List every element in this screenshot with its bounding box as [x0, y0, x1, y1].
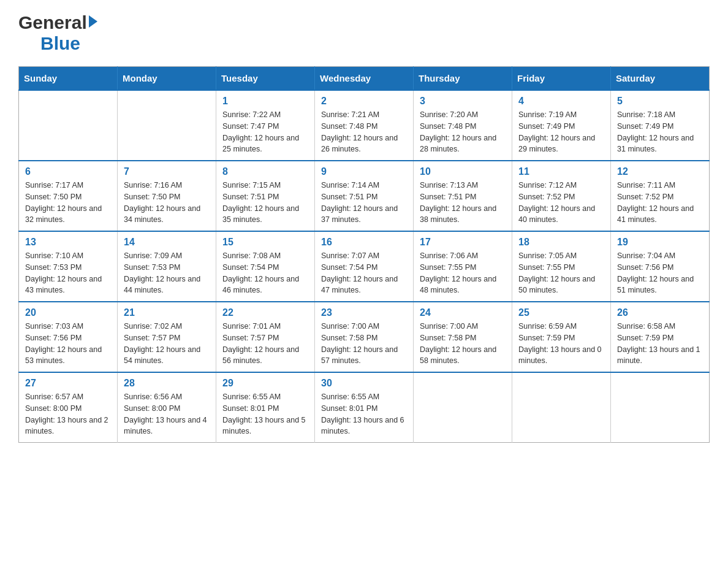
day-number: 25	[518, 307, 604, 318]
weekday-header-thursday: Thursday	[414, 67, 512, 91]
day-info: Sunrise: 6:57 AMSunset: 8:00 PMDaylight:…	[25, 391, 111, 437]
day-info: Sunrise: 7:06 AMSunset: 7:55 PMDaylight:…	[420, 250, 506, 296]
calendar-day-cell: 6Sunrise: 7:17 AMSunset: 7:50 PMDaylight…	[19, 161, 118, 231]
calendar-day-cell: 17Sunrise: 7:06 AMSunset: 7:55 PMDayligh…	[414, 231, 512, 302]
day-info: Sunrise: 7:19 AMSunset: 7:49 PMDaylight:…	[518, 109, 604, 155]
day-number: 22	[222, 307, 308, 318]
day-info: Sunrise: 7:10 AMSunset: 7:53 PMDaylight:…	[25, 250, 111, 296]
calendar-week-row: 27Sunrise: 6:57 AMSunset: 8:00 PMDayligh…	[19, 372, 710, 443]
logo: General Blue	[18, 12, 99, 54]
day-info: Sunrise: 7:00 AMSunset: 7:58 PMDaylight:…	[321, 321, 407, 367]
day-info: Sunrise: 7:14 AMSunset: 7:51 PMDaylight:…	[321, 180, 407, 226]
weekday-header-tuesday: Tuesday	[216, 67, 315, 91]
day-number: 4	[518, 96, 604, 107]
calendar-day-cell: 14Sunrise: 7:09 AMSunset: 7:53 PMDayligh…	[118, 231, 216, 302]
calendar-day-cell: 24Sunrise: 7:00 AMSunset: 7:58 PMDayligh…	[414, 302, 512, 372]
calendar-day-cell: 10Sunrise: 7:13 AMSunset: 7:51 PMDayligh…	[414, 161, 512, 231]
calendar-day-cell: 5Sunrise: 7:18 AMSunset: 7:49 PMDaylight…	[611, 90, 710, 161]
day-number: 2	[321, 96, 407, 107]
calendar-day-cell: 9Sunrise: 7:14 AMSunset: 7:51 PMDaylight…	[315, 161, 414, 231]
day-number: 11	[518, 166, 604, 177]
logo-combined: General	[18, 12, 99, 33]
day-number: 17	[420, 237, 506, 248]
day-info: Sunrise: 6:58 AMSunset: 7:59 PMDaylight:…	[617, 321, 703, 367]
day-info: Sunrise: 7:03 AMSunset: 7:56 PMDaylight:…	[25, 321, 111, 367]
calendar-header-row: SundayMondayTuesdayWednesdayThursdayFrid…	[19, 67, 710, 91]
day-number: 7	[124, 166, 210, 177]
calendar-day-cell: 28Sunrise: 6:56 AMSunset: 8:00 PMDayligh…	[118, 372, 216, 443]
day-number: 29	[222, 378, 308, 389]
calendar-day-cell: 3Sunrise: 7:20 AMSunset: 7:48 PMDaylight…	[414, 90, 512, 161]
day-number: 14	[124, 237, 210, 248]
calendar-empty-cell	[611, 372, 710, 443]
day-number: 23	[321, 307, 407, 318]
weekday-header-sunday: Sunday	[19, 67, 118, 91]
calendar-day-cell: 23Sunrise: 7:00 AMSunset: 7:58 PMDayligh…	[315, 302, 414, 372]
day-number: 21	[124, 307, 210, 318]
day-number: 30	[321, 378, 407, 389]
day-number: 10	[420, 166, 506, 177]
day-info: Sunrise: 7:08 AMSunset: 7:54 PMDaylight:…	[222, 250, 308, 296]
logo-blue-text: Blue	[40, 33, 80, 53]
weekday-header-wednesday: Wednesday	[315, 67, 414, 91]
calendar-empty-cell	[512, 372, 611, 443]
calendar-day-cell: 2Sunrise: 7:21 AMSunset: 7:48 PMDaylight…	[315, 90, 414, 161]
day-info: Sunrise: 7:16 AMSunset: 7:50 PMDaylight:…	[124, 180, 210, 226]
calendar-day-cell: 7Sunrise: 7:16 AMSunset: 7:50 PMDaylight…	[118, 161, 216, 231]
calendar-day-cell: 11Sunrise: 7:12 AMSunset: 7:52 PMDayligh…	[512, 161, 611, 231]
day-number: 19	[617, 237, 703, 248]
day-info: Sunrise: 7:12 AMSunset: 7:52 PMDaylight:…	[518, 180, 604, 226]
calendar-day-cell: 4Sunrise: 7:19 AMSunset: 7:49 PMDaylight…	[512, 90, 611, 161]
day-info: Sunrise: 6:55 AMSunset: 8:01 PMDaylight:…	[321, 391, 407, 437]
day-info: Sunrise: 6:59 AMSunset: 7:59 PMDaylight:…	[518, 321, 604, 367]
day-info: Sunrise: 7:15 AMSunset: 7:51 PMDaylight:…	[222, 180, 308, 226]
day-number: 13	[25, 237, 111, 248]
calendar-week-row: 20Sunrise: 7:03 AMSunset: 7:56 PMDayligh…	[19, 302, 710, 372]
day-info: Sunrise: 7:18 AMSunset: 7:49 PMDaylight:…	[617, 109, 703, 155]
day-number: 18	[518, 237, 604, 248]
calendar-week-row: 6Sunrise: 7:17 AMSunset: 7:50 PMDaylight…	[19, 161, 710, 231]
day-number: 12	[617, 166, 703, 177]
day-info: Sunrise: 7:09 AMSunset: 7:53 PMDaylight:…	[124, 250, 210, 296]
calendar-empty-cell	[19, 90, 118, 161]
day-info: Sunrise: 6:56 AMSunset: 8:00 PMDaylight:…	[124, 391, 210, 437]
day-number: 27	[25, 378, 111, 389]
day-info: Sunrise: 7:20 AMSunset: 7:48 PMDaylight:…	[420, 109, 506, 155]
calendar-day-cell: 1Sunrise: 7:22 AMSunset: 7:47 PMDaylight…	[216, 90, 315, 161]
calendar-day-cell: 18Sunrise: 7:05 AMSunset: 7:55 PMDayligh…	[512, 231, 611, 302]
calendar-day-cell: 30Sunrise: 6:55 AMSunset: 8:01 PMDayligh…	[315, 372, 414, 443]
calendar-empty-cell	[118, 90, 216, 161]
calendar-day-cell: 8Sunrise: 7:15 AMSunset: 7:51 PMDaylight…	[216, 161, 315, 231]
calendar-day-cell: 12Sunrise: 7:11 AMSunset: 7:52 PMDayligh…	[611, 161, 710, 231]
calendar-day-cell: 19Sunrise: 7:04 AMSunset: 7:56 PMDayligh…	[611, 231, 710, 302]
weekday-header-saturday: Saturday	[611, 67, 710, 91]
day-number: 16	[321, 237, 407, 248]
day-number: 15	[222, 237, 308, 248]
calendar-empty-cell	[414, 372, 512, 443]
calendar-day-cell: 13Sunrise: 7:10 AMSunset: 7:53 PMDayligh…	[19, 231, 118, 302]
day-info: Sunrise: 7:00 AMSunset: 7:58 PMDaylight:…	[420, 321, 506, 367]
day-number: 8	[222, 166, 308, 177]
day-info: Sunrise: 7:21 AMSunset: 7:48 PMDaylight:…	[321, 109, 407, 155]
calendar-week-row: 1Sunrise: 7:22 AMSunset: 7:47 PMDaylight…	[19, 90, 710, 161]
day-info: Sunrise: 7:11 AMSunset: 7:52 PMDaylight:…	[617, 180, 703, 226]
calendar-week-row: 13Sunrise: 7:10 AMSunset: 7:53 PMDayligh…	[19, 231, 710, 302]
day-number: 28	[124, 378, 210, 389]
calendar-day-cell: 20Sunrise: 7:03 AMSunset: 7:56 PMDayligh…	[19, 302, 118, 372]
day-number: 26	[617, 307, 703, 318]
day-info: Sunrise: 6:55 AMSunset: 8:01 PMDaylight:…	[222, 391, 308, 437]
calendar-table: SundayMondayTuesdayWednesdayThursdayFrid…	[18, 66, 710, 443]
calendar-day-cell: 25Sunrise: 6:59 AMSunset: 7:59 PMDayligh…	[512, 302, 611, 372]
day-number: 1	[222, 96, 308, 107]
calendar-day-cell: 29Sunrise: 6:55 AMSunset: 8:01 PMDayligh…	[216, 372, 315, 443]
weekday-header-friday: Friday	[512, 67, 611, 91]
day-number: 20	[25, 307, 111, 318]
day-number: 24	[420, 307, 506, 318]
day-info: Sunrise: 7:07 AMSunset: 7:54 PMDaylight:…	[321, 250, 407, 296]
day-info: Sunrise: 7:01 AMSunset: 7:57 PMDaylight:…	[222, 321, 308, 367]
day-info: Sunrise: 7:04 AMSunset: 7:56 PMDaylight:…	[617, 250, 703, 296]
calendar-day-cell: 26Sunrise: 6:58 AMSunset: 7:59 PMDayligh…	[611, 302, 710, 372]
day-number: 6	[25, 166, 111, 177]
day-info: Sunrise: 7:22 AMSunset: 7:47 PMDaylight:…	[222, 109, 308, 155]
day-info: Sunrise: 7:05 AMSunset: 7:55 PMDaylight:…	[518, 250, 604, 296]
